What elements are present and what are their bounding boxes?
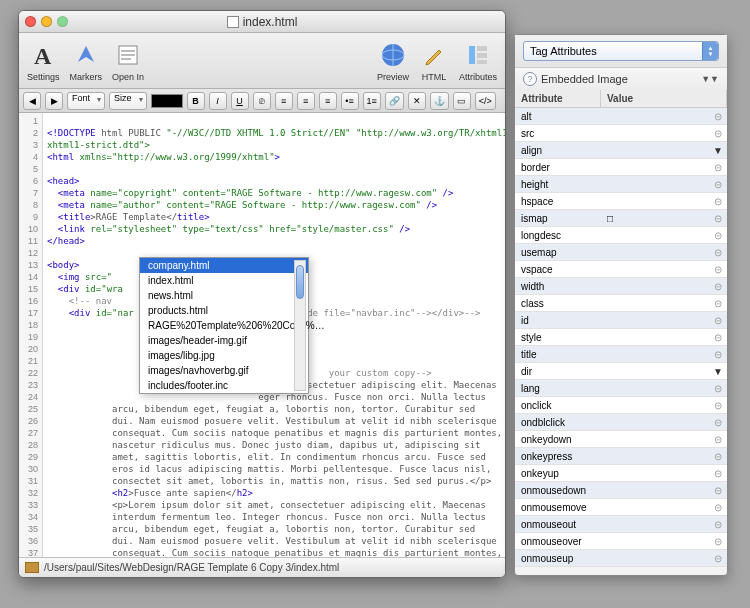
attribute-row[interactable]: id⊝ [515, 312, 727, 329]
attribute-row[interactable]: usemap⊝ [515, 244, 727, 261]
attribute-indicator-icon[interactable]: ⊝ [709, 417, 727, 428]
ul-button[interactable]: •≡ [341, 92, 359, 110]
attribute-indicator-icon[interactable]: ⊝ [709, 519, 727, 530]
autocomplete-option[interactable]: images/header-img.gif [140, 333, 308, 348]
attribute-row[interactable]: onmouseout⊝ [515, 516, 727, 533]
attribute-row[interactable]: src⊝ [515, 125, 727, 142]
size-select[interactable]: Size [109, 92, 147, 110]
attribute-row[interactable]: onmouseup⊝ [515, 550, 727, 567]
scrollbar-thumb[interactable] [296, 265, 304, 299]
underline-button[interactable]: U [231, 92, 249, 110]
editor[interactable]: 1234567891011121314151617181920212223242… [19, 113, 505, 557]
attribute-row[interactable]: align▼ [515, 142, 727, 159]
autocomplete-option[interactable]: images/libg.jpg [140, 348, 308, 363]
disclosure-icon[interactable]: ▼▼ [701, 74, 719, 84]
attribute-row[interactable]: onclick⊝ [515, 397, 727, 414]
attribute-row[interactable]: style⊝ [515, 329, 727, 346]
nav-back-button[interactable]: ◀ [23, 92, 41, 110]
anchor-button[interactable]: ⚓ [430, 92, 449, 110]
autocomplete-option[interactable]: includes/footer.inc [140, 378, 308, 393]
attribute-indicator-icon[interactable]: ⊝ [709, 281, 727, 292]
attribute-indicator-icon[interactable]: ⊝ [709, 111, 727, 122]
attribute-indicator-icon[interactable]: ⊝ [709, 383, 727, 394]
font-select[interactable]: Font [67, 92, 105, 110]
attribute-row[interactable]: title⊝ [515, 346, 727, 363]
unlink-button[interactable]: ✕ [408, 92, 426, 110]
attribute-row[interactable]: onkeydown⊝ [515, 431, 727, 448]
attribute-list[interactable]: alt⊝src⊝align▼border⊝height⊝hspace⊝ismap… [515, 108, 727, 575]
attribute-row[interactable]: alt⊝ [515, 108, 727, 125]
attribute-row[interactable]: ondblclick⊝ [515, 414, 727, 431]
autocomplete-popup[interactable]: company.htmlindex.htmlnews.htmlproducts.… [139, 257, 309, 394]
italic-button[interactable]: I [209, 92, 227, 110]
image-button[interactable]: ▭ [453, 92, 471, 110]
align-center-button[interactable]: ≡ [297, 92, 315, 110]
attribute-row[interactable]: onmousemove⊝ [515, 499, 727, 516]
attribute-indicator-icon[interactable]: ⊝ [709, 349, 727, 360]
openin-button[interactable]: Open In [112, 40, 144, 82]
preview-button[interactable]: Preview [377, 40, 409, 82]
align-left-button[interactable]: ≡ [275, 92, 293, 110]
attribute-indicator-icon[interactable]: ⊝ [709, 213, 727, 224]
attribute-indicator-icon[interactable]: ⊝ [709, 536, 727, 547]
attribute-indicator-icon[interactable]: ⊝ [709, 451, 727, 462]
attribute-row[interactable]: onkeyup⊝ [515, 465, 727, 482]
attribute-indicator-icon[interactable]: ⊝ [709, 264, 727, 275]
help-icon[interactable]: ? [523, 72, 537, 86]
nav-fwd-button[interactable]: ▶ [45, 92, 63, 110]
highlight-button[interactable]: ⎚ [253, 92, 271, 110]
attribute-row[interactable]: hspace⊝ [515, 193, 727, 210]
attribute-row[interactable]: width⊝ [515, 278, 727, 295]
attribute-row[interactable]: onkeypress⊝ [515, 448, 727, 465]
attribute-row[interactable]: vspace⊝ [515, 261, 727, 278]
attribute-indicator-icon[interactable]: ⊝ [709, 485, 727, 496]
attribute-row[interactable]: class⊝ [515, 295, 727, 312]
attribute-indicator-icon[interactable]: ⊝ [709, 468, 727, 479]
inspector-mode-select[interactable]: Tag Attributes ▲▼ [523, 41, 719, 61]
autocomplete-option[interactable]: products.html [140, 303, 308, 318]
attribute-indicator-icon[interactable]: ⊝ [709, 162, 727, 173]
autocomplete-option[interactable]: images/navhoverbg.gif [140, 363, 308, 378]
attribute-value[interactable]: □ [601, 213, 709, 224]
attribute-indicator-icon[interactable]: ⊝ [709, 298, 727, 309]
attribute-row[interactable]: lang⊝ [515, 380, 727, 397]
attribute-indicator-icon[interactable]: ⊝ [709, 230, 727, 241]
attribute-indicator-icon[interactable]: ⊝ [709, 196, 727, 207]
attribute-row[interactable]: longdesc⊝ [515, 227, 727, 244]
attribute-indicator-icon[interactable]: ⊝ [709, 315, 727, 326]
ol-button[interactable]: 1≡ [363, 92, 381, 110]
attribute-row[interactable]: onmouseover⊝ [515, 533, 727, 550]
settings-button[interactable]: A Settings [27, 40, 60, 82]
attribute-row[interactable]: height⊝ [515, 176, 727, 193]
attribute-row[interactable]: border⊝ [515, 159, 727, 176]
attribute-indicator-icon[interactable]: ▼ [709, 145, 727, 156]
attribute-indicator-icon[interactable]: ⊝ [709, 179, 727, 190]
markers-button[interactable]: Markers [70, 40, 103, 82]
attribute-indicator-icon[interactable]: ⊝ [709, 502, 727, 513]
attribute-indicator-icon[interactable]: ⊝ [709, 332, 727, 343]
link-button[interactable]: 🔗 [385, 92, 404, 110]
bold-button[interactable]: B [187, 92, 205, 110]
titlebar[interactable]: index.html [19, 11, 505, 33]
attributes-button[interactable]: Attributes [459, 40, 497, 82]
color-swatch[interactable] [151, 94, 183, 108]
attribute-row[interactable]: ismap□⊝ [515, 210, 727, 227]
attribute-name: onmouseup [515, 553, 601, 564]
inspector-section[interactable]: ? Embedded Image ▼▼ [515, 67, 727, 90]
attribute-indicator-icon[interactable]: ⊝ [709, 553, 727, 564]
align-right-button[interactable]: ≡ [319, 92, 337, 110]
autocomplete-scrollbar[interactable] [294, 260, 306, 391]
autocomplete-option[interactable]: company.html [140, 258, 308, 273]
attribute-indicator-icon[interactable]: ⊝ [709, 400, 727, 411]
attribute-indicator-icon[interactable]: ⊝ [709, 434, 727, 445]
attribute-indicator-icon[interactable]: ▼ [709, 366, 727, 377]
autocomplete-option[interactable]: news.html [140, 288, 308, 303]
autocomplete-option[interactable]: RAGE%20Template%206%20Copy%… [140, 318, 308, 333]
attribute-row[interactable]: onmousedown⊝ [515, 482, 727, 499]
autocomplete-option[interactable]: index.html [140, 273, 308, 288]
attribute-indicator-icon[interactable]: ⊝ [709, 247, 727, 258]
html-button[interactable]: HTML [419, 40, 449, 82]
code-button[interactable]: </> [475, 92, 496, 110]
attribute-row[interactable]: dir▼ [515, 363, 727, 380]
attribute-indicator-icon[interactable]: ⊝ [709, 128, 727, 139]
